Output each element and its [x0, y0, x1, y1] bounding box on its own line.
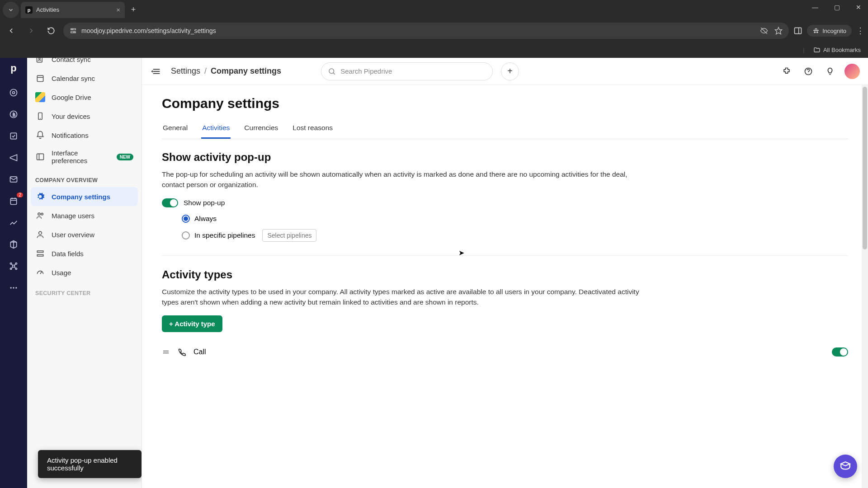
bookmark-star-icon[interactable] — [774, 27, 783, 35]
all-bookmarks-link[interactable]: All Bookmarks — [823, 47, 861, 53]
svg-marker-5 — [775, 28, 782, 34]
site-settings-icon — [70, 27, 77, 34]
window-minimize-button[interactable]: — — [808, 4, 822, 11]
nav-forward-button[interactable] — [24, 23, 39, 38]
favicon-icon: p — [25, 6, 33, 14]
browser-menu-icon[interactable]: ⋮ — [856, 26, 864, 36]
nav-reload-button[interactable] — [43, 23, 59, 38]
svg-point-3 — [74, 32, 75, 33]
svg-rect-6 — [795, 28, 802, 33]
incognito-badge[interactable]: Incognito — [807, 25, 852, 37]
tab-search-dropdown[interactable] — [3, 2, 19, 18]
window-maximize-button[interactable]: ▢ — [830, 4, 844, 11]
url-text: moodjoy.pipedrive.com/settings/activity_… — [81, 27, 216, 34]
incognito-label: Incognito — [822, 28, 846, 34]
svg-point-2 — [72, 28, 73, 30]
new-tab-button[interactable]: + — [127, 3, 140, 17]
window-close-button[interactable]: ✕ — [852, 4, 865, 11]
browser-chrome: p Activities × + — ▢ ✕ moodjoy.pipedrive… — [0, 0, 868, 58]
tab-close-icon[interactable]: × — [116, 6, 120, 14]
tab-title: Activities — [36, 6, 59, 13]
browser-tab-active[interactable]: p Activities × — [21, 2, 125, 18]
nav-back-button[interactable] — [4, 23, 19, 38]
url-bar[interactable]: moodjoy.pipedrive.com/settings/activity_… — [63, 23, 789, 39]
side-panel-icon[interactable] — [793, 26, 802, 35]
eye-off-icon[interactable] — [760, 27, 768, 35]
folder-icon — [813, 47, 821, 54]
